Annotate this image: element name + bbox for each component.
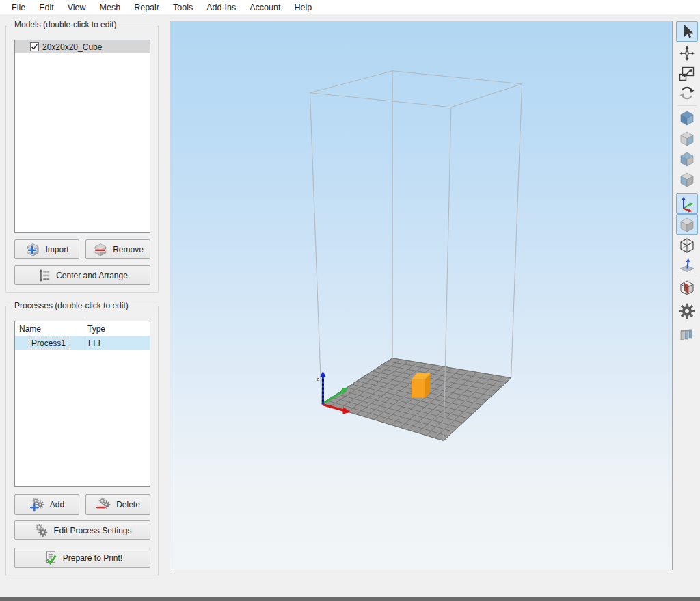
import-label: Import xyxy=(45,245,68,254)
delete-gears-minus-icon xyxy=(96,496,112,513)
move-model-tool[interactable] xyxy=(676,43,698,64)
model-name-label: 20x20x20_Cube xyxy=(42,42,102,52)
models-group-title: Models (double-click to edit) xyxy=(12,20,119,29)
wireframe-cube-icon xyxy=(678,237,696,254)
add-label: Add xyxy=(50,500,64,509)
machine-control-tool[interactable] xyxy=(676,324,698,345)
machine-control-panel-icon xyxy=(678,325,696,343)
coordinate-axes-icon xyxy=(678,195,696,213)
import-cube-plus-icon xyxy=(25,241,41,257)
view-front-cube-icon xyxy=(678,150,696,168)
view-front-tool[interactable] xyxy=(676,148,698,169)
menu-file[interactable]: File xyxy=(5,1,32,14)
prepare-to-print-button[interactable]: Prepare to Print! xyxy=(14,548,150,568)
model-visibility-checkbox[interactable] xyxy=(30,42,39,51)
processes-group: Processes (double-click to edit) Name Ty… xyxy=(5,306,159,576)
delete-process-button[interactable]: Delete xyxy=(85,494,150,515)
column-header-type[interactable]: Type xyxy=(83,321,150,336)
show-axes-toggle[interactable] xyxy=(676,193,698,214)
remove-cube-minus-icon xyxy=(92,241,109,257)
process-row[interactable]: Process1 FFF xyxy=(15,336,150,350)
models-group: Models (double-click to edit) 20x20x20_C… xyxy=(5,25,159,293)
toolbar-separator xyxy=(677,191,697,191)
build-scene: z xyxy=(170,21,672,570)
edit-process-settings-label: Edit Process Settings xyxy=(53,526,131,535)
menu-bar: File Edit View Mesh Repair Tools Add-Ins… xyxy=(0,0,700,14)
cursor-arrow-icon xyxy=(678,23,696,40)
delete-label: Delete xyxy=(116,500,140,509)
solid-cube-icon xyxy=(678,215,696,233)
print-checklist-icon xyxy=(42,550,59,566)
cross-section-tool[interactable] xyxy=(676,278,698,298)
svg-text:z: z xyxy=(316,376,319,382)
wireframe-render-toggle[interactable] xyxy=(676,235,698,256)
process-name-cell[interactable]: Process1 xyxy=(15,336,83,350)
menu-account[interactable]: Account xyxy=(243,1,287,14)
toolbar-separator xyxy=(677,276,697,276)
taskbar-edge xyxy=(0,597,700,601)
view-toolbar xyxy=(674,19,700,578)
viewport-3d[interactable]: z xyxy=(170,21,673,570)
cross-section-cube-icon xyxy=(678,279,696,297)
menu-help[interactable]: Help xyxy=(287,1,319,14)
gear-icon xyxy=(677,302,697,321)
surface-normal-arrow-icon xyxy=(678,257,696,275)
toolbar-separator xyxy=(677,105,697,106)
menu-view[interactable]: View xyxy=(61,1,93,14)
add-gears-plus-icon xyxy=(29,496,46,513)
solid-render-toggle[interactable] xyxy=(676,214,698,235)
models-list[interactable]: 20x20x20_Cube xyxy=(14,40,150,233)
rotate-model-tool[interactable] xyxy=(676,83,698,103)
view-default-cube-icon xyxy=(678,109,696,126)
processes-table-header: Name Type xyxy=(15,321,150,336)
scale-rect-arrow-icon xyxy=(678,65,696,83)
menu-tools[interactable]: Tools xyxy=(166,1,200,14)
model-list-item[interactable]: 20x20x20_Cube xyxy=(15,40,150,53)
menu-mesh[interactable]: Mesh xyxy=(93,1,128,14)
view-side-cube-icon xyxy=(678,170,696,188)
processes-table[interactable]: Name Type Process1 FFF xyxy=(14,321,150,487)
process-name-label: Process1 xyxy=(29,338,70,349)
add-process-button[interactable]: Add xyxy=(14,494,79,515)
menu-repair[interactable]: Repair xyxy=(127,1,166,14)
move-arrows-icon xyxy=(678,44,696,62)
scale-model-tool[interactable] xyxy=(676,64,698,84)
processes-group-title: Processes (double-click to edit) xyxy=(12,301,131,310)
view-top-tool[interactable] xyxy=(676,128,698,148)
view-top-cube-icon xyxy=(678,129,696,147)
menu-edit[interactable]: Edit xyxy=(32,1,61,14)
remove-button[interactable]: Remove xyxy=(85,239,150,259)
remove-label: Remove xyxy=(113,245,144,254)
column-header-name[interactable]: Name xyxy=(15,321,83,336)
import-button[interactable]: Import xyxy=(14,239,79,259)
edit-process-settings-button[interactable]: Edit Process Settings xyxy=(14,520,150,540)
prepare-to-print-label: Prepare to Print! xyxy=(63,553,122,563)
rotate-arrows-icon xyxy=(678,84,696,102)
center-arrange-icon xyxy=(37,268,52,283)
menu-addins[interactable]: Add-Ins xyxy=(200,1,243,14)
view-default-tool[interactable] xyxy=(676,107,698,128)
process-type-cell[interactable]: FFF xyxy=(83,338,103,348)
simplify3d-window: File Edit View Mesh Repair Tools Add-Ins… xyxy=(0,0,700,601)
center-arrange-label: Center and Arrange xyxy=(56,271,128,280)
show-normals-toggle[interactable] xyxy=(676,256,698,276)
view-side-tool[interactable] xyxy=(676,169,698,189)
checkmark-icon xyxy=(31,43,38,51)
gears-icon xyxy=(33,522,49,539)
settings-tool[interactable] xyxy=(676,301,698,321)
center-and-arrange-button[interactable]: Center and Arrange xyxy=(14,265,150,285)
select-cursor-tool[interactable] xyxy=(676,21,698,42)
